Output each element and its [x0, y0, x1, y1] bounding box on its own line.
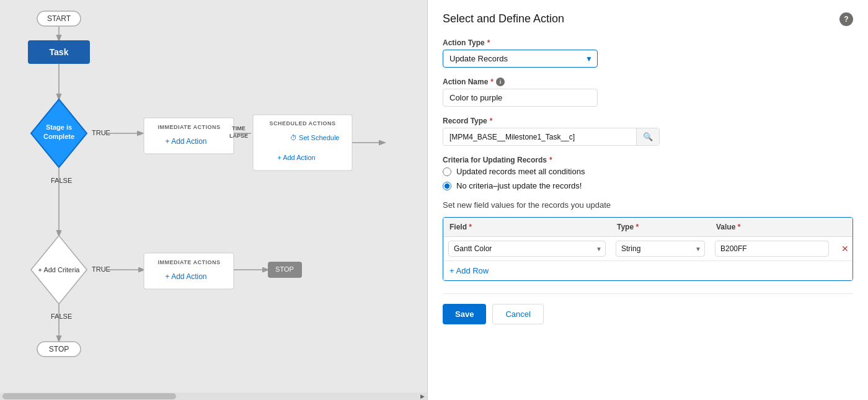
criteria-option-all-conditions[interactable]: Updated records meet all conditions — [443, 167, 853, 176]
record-type-search-icon[interactable]: 🔍 — [636, 128, 659, 145]
scroll-right-arrow[interactable]: ▶ — [420, 393, 427, 399]
criteria-radio-no-criteria[interactable] — [443, 182, 451, 190]
svg-rect-13 — [144, 118, 234, 154]
svg-text:STOP: STOP — [49, 345, 69, 353]
field-table-header: Field * Type * Value * — [443, 218, 852, 237]
record-type-group: Record Type * 🔍 — [443, 117, 853, 146]
value-input[interactable] — [715, 241, 829, 257]
svg-text:TRUE: TRUE — [92, 129, 110, 136]
delete-row-button[interactable]: ✕ — [839, 241, 848, 256]
svg-text:+ Add Action: + Add Action — [277, 154, 315, 161]
svg-text:Task: Task — [50, 47, 69, 57]
required-star-action-name: * — [490, 78, 494, 86]
required-star-record-type: * — [490, 117, 493, 125]
action-name-input[interactable] — [443, 89, 598, 107]
svg-text:⏱ Set Schedule: ⏱ Set Schedule — [290, 134, 340, 141]
save-button[interactable]: Save — [443, 304, 486, 324]
type-cell: String ▼ — [611, 237, 710, 260]
action-type-group: Action Type * Update Records Create Reco… — [443, 38, 853, 68]
svg-text:IMMEDIATE ACTIONS: IMMEDIATE ACTIONS — [158, 259, 221, 265]
field-select[interactable]: Gantt Color — [448, 241, 606, 257]
svg-text:TIME: TIME — [232, 125, 246, 131]
svg-text:FALSE: FALSE — [51, 177, 72, 184]
svg-text:Complete: Complete — [43, 133, 74, 140]
criteria-group: Criteria for Updating Records * Updated … — [443, 156, 853, 190]
action-type-label: Action Type * — [443, 38, 853, 47]
criteria-radio-all-conditions[interactable] — [443, 167, 451, 176]
col-header-delete — [834, 218, 852, 236]
col-header-value: Value * — [710, 218, 834, 236]
required-star-criteria: * — [549, 156, 552, 164]
svg-text:STOP: STOP — [275, 265, 294, 273]
action-type-select-wrapper: Update Records Create Records Delete Rec… — [443, 50, 598, 68]
flow-canvas: START Task Stage is Complete TRUE FALSE … — [0, 0, 428, 400]
svg-text:START: START — [47, 14, 71, 23]
record-type-label: Record Type * — [443, 117, 853, 125]
field-values-label: Set new field values for the records you… — [443, 200, 853, 210]
help-icon[interactable]: ? — [839, 12, 853, 26]
col-header-type: Type * — [611, 218, 710, 236]
action-type-select[interactable]: Update Records Create Records Delete Rec… — [443, 50, 598, 68]
col-header-field: Field * — [443, 218, 611, 236]
action-name-group: Action Name * i — [443, 78, 853, 107]
criteria-radio-group: Updated records meet all conditions No c… — [443, 167, 853, 190]
panel-footer: Save Cancel — [443, 293, 853, 324]
field-values-table: Field * Type * Value * Gantt — [443, 217, 853, 281]
svg-rect-30 — [144, 253, 234, 289]
svg-text:SCHEDULED ACTIONS: SCHEDULED ACTIONS — [269, 120, 335, 127]
svg-text:TRUE: TRUE — [92, 265, 110, 273]
add-row-button[interactable]: + Add Row — [443, 261, 852, 280]
criteria-option-no-criteria[interactable]: No criteria–just update the records! — [443, 181, 853, 190]
type-select[interactable]: String — [616, 241, 705, 257]
required-star-action-type: * — [487, 38, 490, 47]
svg-text:+ Add Action: + Add Action — [165, 272, 206, 281]
field-values-group: Set new field values for the records you… — [443, 200, 853, 281]
svg-text:FALSE: FALSE — [51, 313, 72, 320]
panel-title: Select and Define Action — [443, 12, 564, 25]
svg-text:+ Add Action: + Add Action — [165, 137, 206, 146]
svg-text:+ Add Criteria: + Add Criteria — [38, 266, 81, 273]
right-panel: Select and Define Action ? Action Type *… — [428, 0, 868, 400]
svg-text:IMMEDIATE ACTIONS: IMMEDIATE ACTIONS — [158, 124, 221, 130]
svg-text:Stage is: Stage is — [46, 123, 72, 131]
action-name-label: Action Name * i — [443, 78, 853, 86]
panel-header: Select and Define Action ? — [443, 12, 853, 26]
criteria-label: Criteria for Updating Records * — [443, 156, 853, 164]
cancel-button[interactable]: Cancel — [492, 304, 543, 324]
field-cell: Gantt Color ▼ — [443, 237, 611, 260]
delete-cell: ✕ — [834, 238, 852, 260]
table-row: Gantt Color ▼ String ▼ — [443, 237, 852, 261]
value-cell — [710, 237, 834, 260]
record-type-input[interactable] — [443, 129, 636, 145]
action-name-info-icon[interactable]: i — [496, 78, 505, 86]
record-type-wrapper: 🔍 — [443, 128, 660, 146]
